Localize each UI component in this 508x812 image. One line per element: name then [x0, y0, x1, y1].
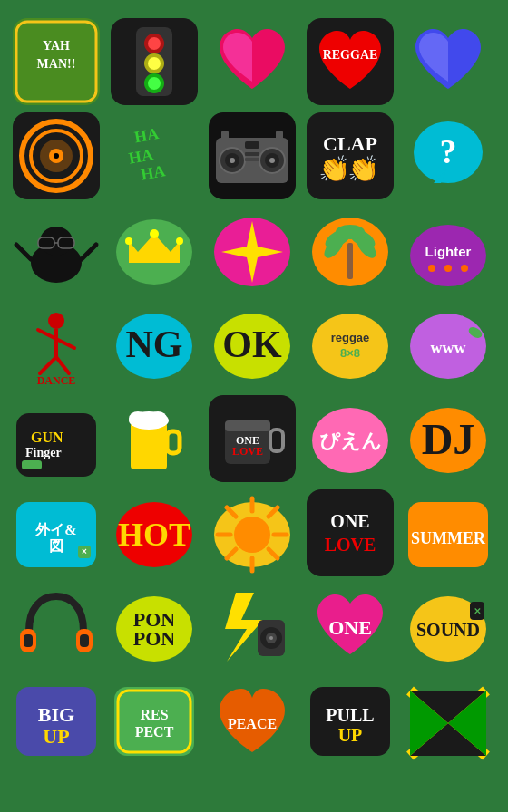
svg-text:LOVE: LOVE	[325, 535, 376, 555]
sticker-jamaica-flag[interactable]	[405, 678, 492, 765]
svg-text:?: ?	[440, 132, 457, 170]
svg-point-30	[269, 158, 275, 163]
sticker-summer[interactable]: SUMMER	[405, 489, 492, 576]
svg-point-27	[230, 158, 235, 163]
svg-text:ONE: ONE	[330, 511, 369, 531]
sticker-pull-up[interactable]: PULL UP	[307, 678, 394, 765]
svg-rect-89	[22, 460, 42, 469]
svg-text:PULL: PULL	[326, 705, 374, 725]
svg-text:Lighter: Lighter	[425, 244, 472, 259]
sticker-pien[interactable]: ぴえん	[307, 395, 394, 482]
svg-rect-130	[80, 634, 89, 647]
sticker-question[interactable]: ?	[405, 112, 492, 199]
sticker-heart-blue[interactable]	[405, 18, 492, 105]
sticker-sound[interactable]: SOUND ✕	[405, 584, 492, 671]
svg-line-72	[56, 339, 74, 348]
svg-text:BIG: BIG	[38, 703, 74, 726]
sticker-crown[interactable]	[111, 207, 198, 294]
sticker-sun[interactable]	[209, 489, 296, 576]
svg-text:reggae: reggae	[331, 331, 370, 344]
svg-text:✕: ✕	[474, 606, 481, 616]
sticker-one-love-text[interactable]: ONE LOVE	[307, 489, 394, 576]
sticker-speaker-lightning[interactable]	[209, 584, 296, 671]
svg-text:GUN: GUN	[31, 430, 64, 445]
sticker-speaker[interactable]	[111, 18, 198, 105]
sticker-reggae-text[interactable]: reggae 8×8	[307, 301, 394, 388]
svg-text:MAN!!: MAN!!	[37, 57, 76, 71]
svg-rect-35	[276, 130, 283, 140]
svg-text:NG: NG	[126, 324, 183, 365]
svg-text:HOT: HOT	[118, 517, 190, 553]
svg-rect-122	[307, 489, 394, 576]
svg-line-73	[40, 357, 56, 373]
sticker-shades[interactable]	[13, 207, 100, 294]
svg-text:CLAP: CLAP	[323, 132, 377, 155]
svg-text:DJ: DJ	[422, 415, 475, 463]
svg-point-66	[428, 265, 435, 272]
svg-text:YAH: YAH	[43, 39, 70, 53]
svg-rect-98	[225, 420, 270, 431]
svg-text:www: www	[431, 339, 466, 357]
svg-line-74	[56, 357, 69, 373]
sticker-peace[interactable]: PEACE	[209, 678, 296, 765]
svg-point-7	[148, 37, 161, 50]
svg-text:REGGAE: REGGAE	[323, 48, 378, 62]
sticker-dance[interactable]: DANCE	[13, 301, 100, 388]
svg-text:外イ&: 外イ&	[34, 522, 76, 537]
sticker-one-heart[interactable]: ONE	[307, 584, 394, 671]
svg-point-138	[269, 636, 273, 640]
sticker-yah-man[interactable]: YAH MAN!!	[13, 18, 100, 105]
sticker-dj[interactable]: DJ	[405, 395, 492, 482]
svg-point-54	[176, 237, 183, 245]
sticker-lighter[interactable]: Lighter	[405, 207, 492, 294]
svg-text:UP: UP	[338, 725, 363, 745]
svg-text:ONE: ONE	[328, 616, 372, 639]
svg-rect-33	[245, 158, 259, 161]
svg-point-19	[54, 153, 59, 159]
sticker-beer[interactable]	[111, 395, 198, 482]
sticker-ok[interactable]: OK	[209, 301, 296, 388]
svg-point-53	[125, 237, 132, 245]
svg-text:HA: HA	[132, 124, 160, 146]
svg-text:Finger: Finger	[25, 446, 62, 459]
sticker-vinyl[interactable]	[13, 112, 100, 199]
sticker-grid: YAH MAN!! REGGAE	[4, 9, 504, 774]
sticker-headphones[interactable]	[13, 584, 100, 671]
sticker-palm[interactable]	[307, 207, 394, 294]
svg-marker-134	[225, 593, 263, 662]
sticker-clap[interactable]: CLAP 👏 👏	[307, 112, 394, 199]
svg-rect-91	[167, 431, 180, 453]
svg-rect-58	[347, 243, 353, 279]
svg-text:LOVE: LOVE	[232, 445, 263, 458]
svg-rect-34	[221, 130, 229, 140]
sticker-reggae[interactable]: REGGAE	[307, 18, 394, 105]
svg-rect-45	[38, 237, 54, 248]
sticker-gun-finger[interactable]: GUN Finger	[13, 395, 100, 482]
sticker-pon-pon[interactable]: PON PON	[111, 584, 198, 671]
svg-rect-128	[24, 634, 33, 647]
svg-text:図: 図	[49, 538, 64, 554]
sticker-ng[interactable]: NG	[111, 301, 198, 388]
svg-text:DANCE: DANCE	[37, 374, 76, 387]
svg-text:ぴえん: ぴえん	[319, 430, 382, 452]
svg-point-67	[444, 265, 452, 272]
sticker-respect[interactable]: RES PECT	[111, 678, 198, 765]
svg-point-11	[148, 77, 161, 90]
svg-text:SOUND: SOUND	[416, 620, 480, 640]
sticker-big-up[interactable]: BIG UP	[13, 678, 100, 765]
sticker-boombox[interactable]	[209, 112, 296, 199]
svg-point-9	[148, 57, 161, 70]
svg-text:OK: OK	[222, 324, 282, 365]
sticker-one-love-cup[interactable]: ONE LOVE	[209, 395, 296, 482]
sticker-www[interactable]: www	[405, 301, 492, 388]
svg-line-48	[16, 245, 31, 259]
svg-rect-31	[245, 141, 259, 149]
sticker-hot[interactable]: HOT	[111, 489, 198, 576]
svg-point-69	[48, 313, 64, 329]
sticker-gaijin[interactable]: 外イ& 図 ×	[13, 489, 100, 576]
svg-rect-46	[58, 237, 74, 248]
sticker-heart-pink[interactable]	[209, 18, 296, 105]
svg-text:👏: 👏	[318, 154, 350, 184]
sticker-sparkle[interactable]	[209, 207, 296, 294]
sticker-hahaha[interactable]: HA HA HA	[111, 112, 198, 199]
